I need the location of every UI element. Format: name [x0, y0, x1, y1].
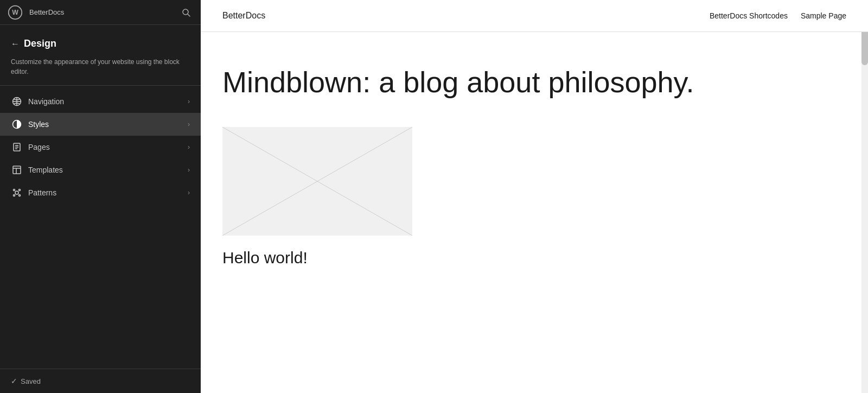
svg-point-18 [14, 195, 15, 196]
pages-chevron: › [188, 143, 190, 151]
pages-label: Pages [28, 143, 182, 151]
scrollbar-track[interactable] [861, 0, 868, 393]
sidebar: ← Design Customize the appearance of you… [0, 0, 201, 393]
check-icon: ✓ [11, 377, 17, 385]
svg-point-19 [19, 195, 21, 196]
preview-site-nav: BetterDocs Shortcodes Sample Page [710, 11, 846, 20]
preview-post-title: Hello world! [222, 249, 776, 267]
sidebar-item-pages[interactable]: Pages › [0, 136, 201, 159]
preview-hero-title: Mindblown: a blog about philosophy. [222, 65, 776, 100]
wp-logo[interactable]: W [7, 4, 24, 21]
sidebar-navigation: Navigation › Styles › [0, 86, 201, 369]
sidebar-item-templates[interactable]: Templates › [0, 159, 201, 181]
svg-line-3 [188, 14, 190, 16]
patterns-label: Patterns [28, 188, 182, 197]
styles-icon [11, 118, 23, 130]
pages-icon [11, 141, 23, 153]
top-bar: W BetterDocs [0, 0, 201, 25]
svg-point-15 [15, 191, 18, 194]
navigation-icon [11, 96, 23, 107]
preview-area: BetterDocs BetterDocs Shortcodes Sample … [201, 0, 868, 393]
sidebar-item-patterns[interactable]: Patterns › [0, 181, 201, 204]
svg-point-16 [14, 189, 15, 191]
top-bar-site-name: BetterDocs [29, 8, 173, 16]
saved-status: Saved [21, 377, 41, 385]
sidebar-header: ← Design Customize the appearance of you… [0, 25, 201, 86]
search-button[interactable] [178, 4, 194, 21]
svg-text:W: W [12, 9, 18, 16]
patterns-chevron: › [188, 189, 190, 196]
sidebar-description: Customize the appearance of your website… [11, 57, 190, 77]
sidebar-footer: ✓ Saved [0, 369, 201, 393]
sidebar-item-navigation[interactable]: Navigation › [0, 90, 201, 113]
sidebar-title: Design [24, 38, 56, 49]
styles-chevron: › [188, 121, 190, 128]
preview-featured-image [222, 127, 412, 236]
preview-nav-sample[interactable]: Sample Page [801, 11, 846, 20]
navigation-label: Navigation [28, 97, 182, 106]
preview-logo: BetterDocs [222, 11, 265, 21]
templates-chevron: › [188, 166, 190, 174]
patterns-icon [11, 187, 23, 199]
preview-site-header: BetterDocs BetterDocs Shortcodes Sample … [201, 0, 868, 32]
sidebar-item-styles[interactable]: Styles › [0, 113, 201, 136]
styles-label: Styles [28, 120, 182, 129]
templates-icon [11, 164, 23, 176]
sidebar-back-row: ← Design [11, 38, 190, 49]
svg-rect-12 [13, 166, 21, 174]
placeholder-diagonal-svg [222, 127, 412, 236]
preview-nav-shortcodes[interactable]: BetterDocs Shortcodes [710, 11, 788, 20]
preview-content: Mindblown: a blog about philosophy. Hell… [201, 32, 797, 300]
svg-point-17 [19, 189, 21, 191]
back-button[interactable]: ← [11, 39, 20, 49]
navigation-chevron: › [188, 98, 190, 105]
templates-label: Templates [28, 166, 182, 174]
